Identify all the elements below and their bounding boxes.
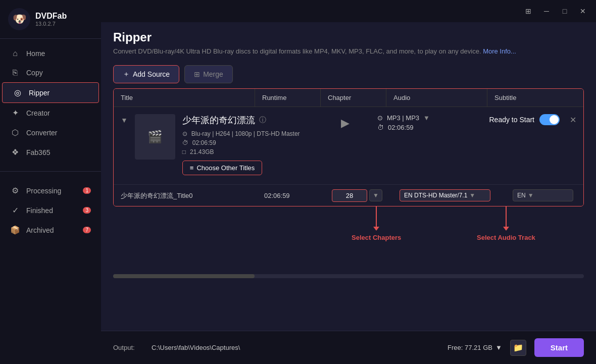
archived-icon: 📦 [10, 225, 20, 235]
chapter-input[interactable] [332, 189, 367, 202]
add-source-button[interactable]: ＋ Add Source [113, 65, 179, 83]
list-icon: ≡ [190, 164, 194, 172]
sidebar-item-label-creator: Creator [26, 109, 50, 117]
sidebar-item-processing[interactable]: ⚙ Processing 1 [0, 181, 101, 200]
copy-icon: ⎘ [10, 68, 20, 77]
subtitle-text: EN [517, 192, 526, 199]
browse-folder-button[interactable]: 📁 [510, 340, 526, 356]
table-header: Title Runtime Chapter Audio Subtitle [114, 89, 583, 107]
home-icon: ⌂ [10, 49, 20, 58]
minimize-button[interactable]: ─ [539, 4, 554, 18]
audio-format-icon: ⊙ [377, 114, 383, 122]
movie-size: 21.43GB [190, 148, 214, 155]
audio-track-select[interactable]: EN DTS-HD Master/7.1 ▼ [400, 189, 490, 201]
title-bar-controls: ⊞ ─ □ ✕ [101, 0, 596, 22]
movie-format: Blu-ray | H264 | 1080p | DTS-HD Master [191, 130, 300, 137]
movie-title-text: 少年派的奇幻漂流 [182, 114, 255, 126]
subtitle-select[interactable]: EN ▼ [513, 189, 573, 201]
sidebar: 🐶 DVDFab 13.0.2.7 ⌂ Home ⎘ Copy ◎ Ripper… [0, 0, 101, 364]
snap-button[interactable]: ⊞ [521, 4, 535, 18]
sidebar-item-label-archived: Archived [26, 226, 54, 234]
start-button[interactable]: Start [534, 338, 584, 357]
app-name: DVDFab [35, 12, 67, 21]
nav-section-queue: ⚙ Processing 1 ✓ Finished 3 📦 Archived 7 [0, 176, 101, 245]
sub-row-audio: EN DTS-HD Master/7.1 ▼ [400, 189, 511, 201]
free-space-text: Free: 77.21 GB [448, 344, 492, 351]
audio-track-text: EN DTS-HD Master/7.1 [404, 192, 467, 199]
size-icon: □ [182, 148, 186, 155]
more-info-link[interactable]: More Info... [483, 47, 516, 55]
main-content: ⊞ ─ □ ✕ Ripper Convert DVD/Blu-ray/4K Ul… [101, 0, 596, 364]
sub-row-subtitle: EN ▼ [513, 189, 584, 201]
subtitle-dropdown-icon[interactable]: ▼ [528, 192, 534, 199]
sidebar-item-label-copy: Copy [26, 69, 43, 77]
toolbar: ＋ Add Source ⊞ Merge [101, 60, 596, 88]
play-button[interactable]: ▶ [336, 114, 354, 132]
sidebar-item-ripper[interactable]: ◎ Ripper [2, 82, 99, 103]
chapter-dropdown-button[interactable]: ▼ [369, 189, 382, 201]
merge-icon: ⊞ [194, 70, 200, 78]
scrollbar-track [113, 274, 584, 278]
sidebar-item-label-ripper: Ripper [29, 89, 49, 97]
audio-track-dropdown-icon[interactable]: ▼ [469, 192, 475, 199]
scrollbar-thumb[interactable] [113, 274, 255, 278]
logo-area: 🐶 DVDFab 13.0.2.7 [0, 0, 101, 39]
choose-other-titles-button[interactable]: ≡ Choose Other Titles [182, 161, 262, 175]
free-space[interactable]: Free: 77.21 GB ▼ [448, 344, 502, 351]
processing-icon: ⚙ [10, 186, 20, 195]
sidebar-item-copy[interactable]: ⎘ Copy [0, 63, 101, 82]
col-chapter: Chapter [321, 89, 386, 107]
chapters-annotation-label: Select Chapters [352, 234, 401, 241]
finished-badge: 3 [83, 207, 91, 214]
row-top: ▼ 🎬 少年派的奇幻漂流 ⓘ ⊙ Blu-ray | H264 | 1080p … [121, 114, 576, 175]
disc-icon: ⊙ [182, 130, 187, 137]
sidebar-item-label-home: Home [26, 49, 45, 58]
audio-dropdown-icon[interactable]: ▼ [423, 114, 430, 122]
audio-clock-icon: ⏱ [377, 124, 384, 131]
maximize-button[interactable]: □ [558, 4, 572, 18]
folder-icon: 📁 [513, 343, 523, 352]
close-button[interactable]: ✕ [576, 4, 590, 18]
sub-row: 少年派的奇幻漂流_Title0 02:06:59 ▼ EN DTS-HD Mas… [114, 184, 583, 206]
merge-button[interactable]: ⊞ Merge [184, 65, 233, 83]
sidebar-item-label-fab365: Fab365 [26, 148, 50, 157]
sidebar-item-finished[interactable]: ✓ Finished 3 [0, 200, 101, 220]
app-version: 13.0.2.7 [35, 21, 67, 27]
delete-row-button[interactable]: ✕ [570, 115, 576, 125]
format-meta: ⊙ Blu-ray | H264 | 1080p | DTS-HD Master [182, 130, 313, 137]
sidebar-item-fab365[interactable]: ❖ Fab365 [0, 142, 101, 162]
info-icon[interactable]: ⓘ [259, 116, 266, 125]
chapters-arrow-head [373, 227, 379, 231]
converter-icon: ⬡ [10, 128, 20, 137]
sidebar-item-label-converter: Converter [26, 129, 57, 137]
ready-status: Ready to Start [489, 116, 535, 124]
sub-title-text: 少年派的奇幻漂流_Title0 [121, 192, 193, 199]
sub-runtime-text: 02:06:59 [264, 192, 290, 199]
play-area: ▶ [330, 114, 360, 132]
audio-arrow-line [506, 206, 507, 227]
row-info: 少年派的奇幻漂流 ⓘ ⊙ Blu-ray | H264 | 1080p | DT… [182, 114, 313, 175]
archived-badge: 7 [83, 227, 91, 233]
col-audio: Audio [386, 89, 487, 107]
size-meta: □ 21.43GB [182, 148, 313, 155]
sidebar-item-home[interactable]: ⌂ Home [0, 44, 101, 63]
sidebar-item-archived[interactable]: 📦 Archived 7 [0, 220, 101, 240]
sub-row-title: 少年派的奇幻漂流_Title0 [121, 191, 262, 200]
ripper-icon: ◎ [13, 88, 23, 97]
annotation-area: Select Chapters Select Audio Track Advan… [113, 206, 584, 272]
sidebar-item-creator[interactable]: ✦ Creator [0, 103, 101, 123]
nav-divider [0, 171, 101, 172]
sidebar-item-converter[interactable]: ⬡ Converter [0, 123, 101, 142]
status-toggle[interactable] [539, 114, 560, 125]
toggle-knob [550, 115, 559, 124]
audio-annotation-label: Select Audio Track [477, 234, 535, 241]
sidebar-item-label-processing: Processing [26, 187, 61, 195]
movie-runtime: 02:06:59 [192, 139, 216, 146]
add-icon: ＋ [123, 70, 130, 79]
audio-runtime-row: ⏱ 02:06:59 [377, 124, 478, 131]
movie-row: ▼ 🎬 少年派的奇幻漂流 ⓘ ⊙ Blu-ray | H264 | 1080p … [114, 107, 583, 180]
audio-arrow-head [503, 227, 509, 231]
dropdown-chevron-icon: ▼ [495, 344, 502, 351]
expand-button[interactable]: ▼ [121, 116, 128, 124]
page-description: Convert DVD/Blu-ray/4K Ultra HD Blu-ray … [113, 47, 584, 55]
